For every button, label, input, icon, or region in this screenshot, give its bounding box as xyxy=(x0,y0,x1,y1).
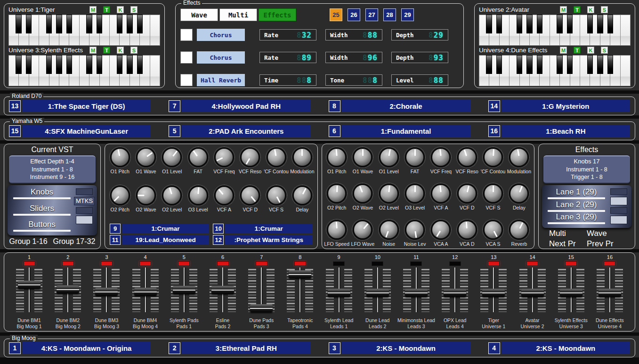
keyboard-button-k[interactable]: K xyxy=(587,6,594,13)
knob-o1-wave[interactable] xyxy=(354,149,371,166)
piano-black-key[interactable] xyxy=(587,15,593,33)
preset-number-button[interactable]: 5 xyxy=(169,125,180,137)
knob-o2-level[interactable] xyxy=(163,187,180,204)
slider-handle[interactable] xyxy=(134,288,157,296)
effect-name-button[interactable]: Chorus xyxy=(197,51,245,64)
knob-modulation[interactable] xyxy=(510,149,527,166)
piano-keyboard[interactable] xyxy=(8,55,160,86)
slider-handle[interactable] xyxy=(328,289,350,297)
panel-button-row[interactable]: Lane 1 (29) xyxy=(545,187,608,199)
slider-track[interactable] xyxy=(403,267,430,316)
piano-black-key[interactable] xyxy=(557,15,563,33)
preset-number-button[interactable]: 9 xyxy=(110,224,121,234)
lcd-field[interactable]: Time888 xyxy=(259,74,316,86)
knob-vcf-d[interactable] xyxy=(459,185,476,202)
keyboard-button-k[interactable]: K xyxy=(117,6,124,13)
slider-track[interactable] xyxy=(596,267,623,316)
piano-black-key[interactable] xyxy=(526,55,533,74)
slider-track[interactable] xyxy=(248,267,275,316)
knob-o3-level[interactable] xyxy=(190,187,207,204)
piano-black-key[interactable] xyxy=(567,55,573,74)
keyboard-button-s[interactable]: S xyxy=(601,6,608,13)
piano-black-key[interactable] xyxy=(26,15,32,33)
slider-handle[interactable] xyxy=(405,289,428,297)
piano-black-key[interactable] xyxy=(567,15,573,33)
slider-handle[interactable] xyxy=(95,288,118,296)
keyboard-button-m[interactable]: M xyxy=(560,6,567,13)
knob-lfo-speed[interactable] xyxy=(328,221,345,238)
effect-preset-button-25[interactable]: 25 xyxy=(330,8,342,21)
piano-black-key[interactable] xyxy=(597,15,603,33)
knob-o2-wave[interactable] xyxy=(354,185,371,202)
knob-vcf-s[interactable] xyxy=(268,187,285,204)
knob-vcf-freq[interactable] xyxy=(432,149,449,166)
preset-number-button[interactable]: 8 xyxy=(329,100,340,112)
knob-vca-d[interactable] xyxy=(459,221,476,238)
piano-black-key[interactable] xyxy=(587,55,593,74)
preset-number-button[interactable]: 11 xyxy=(110,235,121,245)
slider-track[interactable] xyxy=(54,267,81,316)
knob-vca-s[interactable] xyxy=(485,221,501,238)
knob-vcf-a[interactable] xyxy=(432,185,449,202)
piano-black-key[interactable] xyxy=(117,55,123,74)
slider-track[interactable] xyxy=(325,267,353,316)
preset-number-button[interactable]: 3 xyxy=(329,342,340,354)
piano-black-key[interactable] xyxy=(117,15,123,33)
piano-keyboard[interactable] xyxy=(479,15,631,46)
piano-black-key[interactable] xyxy=(127,55,133,74)
piano-black-key[interactable] xyxy=(557,55,563,74)
piano-black-key[interactable] xyxy=(526,15,533,33)
slider-track[interactable] xyxy=(16,267,43,316)
piano-black-key[interactable] xyxy=(517,15,523,33)
piano-black-key[interactable] xyxy=(486,55,492,74)
effect-preset-button-26[interactable]: 26 xyxy=(348,8,360,21)
panel-footer-item[interactable]: Group 17-32 xyxy=(53,237,96,246)
keyboard-button-m[interactable]: M xyxy=(89,6,97,13)
knob-lfo-wave[interactable] xyxy=(354,221,371,238)
slider-handle[interactable] xyxy=(521,289,544,297)
knob-vcf-d[interactable] xyxy=(242,187,259,204)
piano-white-key[interactable] xyxy=(621,55,631,86)
panel-footer-item[interactable]: Prev Pr xyxy=(587,239,624,249)
slider-track[interactable] xyxy=(132,267,159,316)
preset-number-button[interactable]: 1 xyxy=(9,342,21,354)
preset-number-button[interactable]: 4 xyxy=(488,342,500,354)
knob-fat[interactable] xyxy=(406,149,423,166)
piano-white-key[interactable] xyxy=(150,55,160,86)
keyboard-button-m[interactable]: M xyxy=(89,47,97,54)
effect-name-button[interactable]: Chorus xyxy=(197,29,245,41)
slider-track[interactable] xyxy=(209,267,236,316)
preset-number-button[interactable]: 2 xyxy=(169,342,180,354)
preset-number-button[interactable]: 6 xyxy=(329,125,340,137)
knob-vcf-freq[interactable] xyxy=(216,149,233,166)
effect-preset-button-27[interactable]: 27 xyxy=(365,8,378,21)
preset-number-button[interactable]: 10 xyxy=(213,224,224,234)
keyboard-button-s[interactable]: S xyxy=(601,47,608,54)
piano-black-key[interactable] xyxy=(137,55,143,74)
piano-black-key[interactable] xyxy=(46,55,52,74)
slider-track[interactable] xyxy=(170,267,198,316)
slider-handle[interactable] xyxy=(482,289,505,297)
knob-o1-wave[interactable] xyxy=(138,149,154,166)
panel-footer-item[interactable]: Wave xyxy=(587,229,624,238)
piano-black-key[interactable] xyxy=(137,15,143,33)
effect-preset-button-28[interactable]: 28 xyxy=(383,8,396,21)
slider-handle[interactable] xyxy=(173,286,195,294)
effect-preset-button-29[interactable]: 29 xyxy=(401,8,414,21)
knob--cf-contou[interactable] xyxy=(268,149,285,166)
piano-keyboard[interactable] xyxy=(8,15,160,46)
slider-track[interactable] xyxy=(441,267,469,316)
keyboard-button-k[interactable]: K xyxy=(587,47,594,54)
piano-black-key[interactable] xyxy=(46,15,52,33)
knob-o2-pitch[interactable] xyxy=(328,185,345,202)
panel-button-row[interactable]: Buttons xyxy=(10,220,73,232)
knob-o1-pitch[interactable] xyxy=(328,149,345,166)
panel-button-row[interactable]: Lane 3 (29) xyxy=(545,212,608,224)
keyboard-button-t[interactable]: T xyxy=(574,6,581,13)
piano-black-key[interactable] xyxy=(496,55,502,74)
panel-footer-item[interactable]: Group 1-16 xyxy=(9,237,48,246)
knob-o2-level[interactable] xyxy=(380,185,397,202)
knob-delay[interactable] xyxy=(294,187,311,204)
slider-track[interactable] xyxy=(558,267,585,316)
lcd-field[interactable]: Rate832 xyxy=(259,29,316,40)
